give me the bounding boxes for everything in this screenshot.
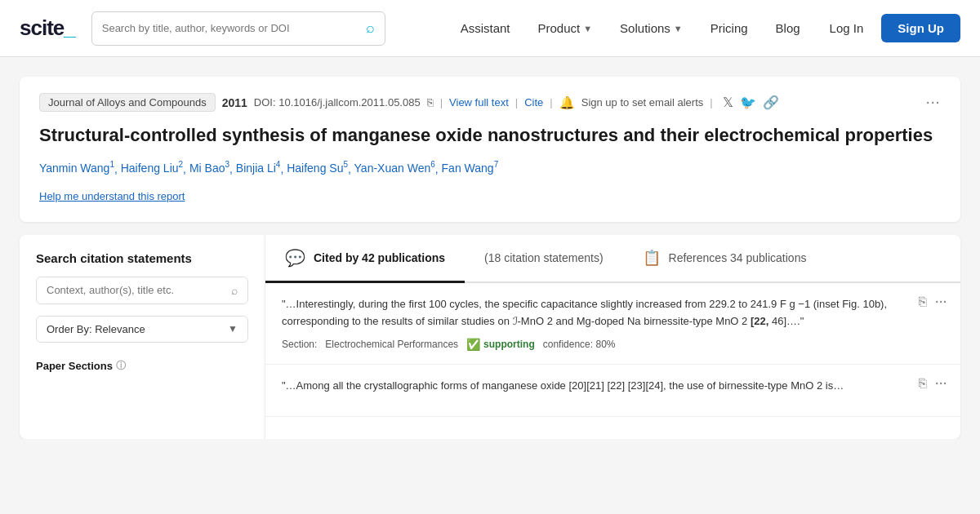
author-4[interactable]: Binjia Li4: [236, 162, 281, 175]
more-icon-1[interactable]: ···: [935, 295, 947, 308]
linkedin-icon[interactable]: 🔗: [763, 95, 779, 110]
article-year: 2011: [222, 96, 247, 109]
meta-separator-2: |: [515, 96, 518, 109]
logo: scite_: [20, 16, 75, 41]
nav-label-solutions: Solutions: [620, 21, 670, 35]
paper-sections-title: Paper Sections ⓘ: [36, 359, 248, 373]
author-3[interactable]: Mi Bao3: [189, 162, 229, 175]
social-icons: 𝕏 🐦 🔗: [723, 95, 779, 110]
tab-citation-statements[interactable]: (18 citation statements): [465, 235, 623, 281]
more-icon-2[interactable]: ···: [935, 377, 947, 390]
copy-icon-1[interactable]: ⎘: [919, 295, 927, 309]
meta-separator-4: |: [710, 96, 712, 109]
citation-ref-1: [22,: [751, 315, 768, 327]
confidence-text-1: confidence: 80%: [543, 339, 616, 350]
copy-doi-icon[interactable]: ⎘: [427, 96, 434, 109]
section-value-1: Electrochemical Performances: [325, 339, 458, 350]
order-by-label: Order By: Relevance: [47, 323, 145, 335]
nav-label-blog: Blog: [776, 21, 800, 35]
logo-underscore: _: [64, 16, 74, 40]
main-content: Journal of Alloys and Compounds 2011 DOI…: [0, 57, 980, 439]
info-icon[interactable]: ⓘ: [116, 359, 126, 373]
help-understand-link[interactable]: Help me understand this report: [39, 190, 185, 202]
bottom-section: Search citation statements ⌕ Order By: R…: [20, 235, 960, 439]
citation-tabs: 💬 Cited by 42 publications (18 citation …: [265, 235, 960, 283]
author-5[interactable]: Haifeng Su5: [287, 162, 348, 175]
article-card: Journal of Alloys and Compounds 2011 DOI…: [20, 77, 960, 222]
product-chevron-icon: ▼: [583, 24, 592, 33]
tab-references[interactable]: 📋 References 34 publications: [623, 235, 826, 281]
nav-label-pricing: Pricing: [710, 21, 748, 35]
citation-text-1: "…Interestingly, during the first 100 cy…: [282, 296, 944, 330]
main-panel: 💬 Cited by 42 publications (18 citation …: [265, 235, 960, 439]
author-2[interactable]: Haifeng Liu2: [121, 162, 183, 175]
copy-icon-2[interactable]: ⎘: [919, 376, 927, 391]
article-title: Structural-controlled synthesis of manga…: [39, 123, 941, 148]
nav-item-blog[interactable]: Blog: [764, 15, 812, 42]
author-6[interactable]: Yan-Xuan Wen6: [354, 162, 435, 175]
search-input[interactable]: [102, 22, 366, 34]
more-options-icon[interactable]: ···: [926, 96, 941, 109]
nav-label-product: Product: [538, 21, 581, 35]
citation-actions-2: ⎘ ···: [919, 376, 947, 391]
view-full-text-link[interactable]: View full text: [449, 96, 509, 109]
facebook-icon[interactable]: 🐦: [740, 95, 756, 110]
nav-item-pricing[interactable]: Pricing: [699, 15, 760, 42]
authors-list: Yanmin Wang1, Haifeng Liu2, Mi Bao3, Bin…: [39, 159, 941, 178]
citation-actions-1: ⎘ ···: [919, 295, 947, 309]
nav-item-solutions[interactable]: Solutions ▼: [608, 15, 694, 42]
search-icon: ⌕: [366, 20, 375, 37]
order-by-select[interactable]: Order By: Relevance ▼: [36, 316, 248, 343]
tab-cited-by-label: Cited by 42 publications: [314, 250, 445, 265]
sidebar-search-icon: ⌕: [231, 284, 238, 297]
citation-item-1: "…Interestingly, during the first 100 cy…: [265, 283, 960, 366]
chat-bubble-icon: 💬: [285, 248, 305, 268]
supporting-badge-1: ✅ supporting: [466, 338, 535, 351]
cite-link[interactable]: Cite: [524, 96, 543, 109]
document-icon: 📋: [643, 249, 661, 267]
meta-separator-1: |: [440, 96, 443, 109]
nav-item-product[interactable]: Product ▼: [527, 15, 604, 42]
nav-label-assistant: Assistant: [461, 21, 510, 35]
sidebar-panel: Search citation statements ⌕ Order By: R…: [20, 235, 265, 439]
search-bar[interactable]: ⌕: [91, 11, 385, 46]
author-7[interactable]: Fan Wang7: [442, 162, 499, 175]
check-circle-icon: ✅: [466, 338, 480, 351]
sidebar-search-title: Search citation statements: [36, 251, 248, 265]
alert-text: Sign up to set email alerts: [581, 96, 704, 109]
bell-icon[interactable]: 🔔: [559, 95, 575, 110]
citation-item-2: "…Among all the crystallographic forms o…: [265, 365, 960, 417]
section-label-1: Section:: [282, 339, 317, 350]
journal-badge: Journal of Alloys and Compounds: [39, 93, 216, 112]
tab-cited-by[interactable]: 💬 Cited by 42 publications: [265, 235, 465, 283]
article-meta: Journal of Alloys and Compounds 2011 DOI…: [39, 93, 941, 112]
article-doi-label: DOI: 10.1016/j.jallcom.2011.05.085: [254, 96, 421, 109]
tab-statements-label: (18 citation statements): [484, 250, 604, 265]
twitter-icon[interactable]: 𝕏: [723, 95, 733, 110]
citations-list: "…Interestingly, during the first 100 cy…: [265, 283, 960, 417]
solutions-chevron-icon: ▼: [674, 24, 683, 33]
signup-button[interactable]: Sign Up: [881, 14, 960, 42]
meta-separator-3: |: [550, 96, 552, 109]
order-chevron-icon: ▼: [228, 323, 238, 335]
author-1[interactable]: Yanmin Wang1: [39, 162, 114, 175]
main-nav: Assistant Product ▼ Solutions ▼ Pricing …: [449, 14, 960, 42]
login-button[interactable]: Log In: [817, 15, 877, 42]
nav-item-assistant[interactable]: Assistant: [449, 15, 522, 42]
sidebar-search-box[interactable]: ⌕: [36, 277, 248, 304]
tab-references-label: References 34 publications: [669, 250, 807, 265]
citation-text-2: "…Among all the crystallographic forms o…: [282, 378, 944, 395]
header: scite_ ⌕ Assistant Product ▼ Solutions ▼…: [0, 0, 980, 57]
citation-meta-1: Section: Electrochemical Performances ✅ …: [282, 338, 944, 351]
citation-search-input[interactable]: [47, 284, 225, 296]
